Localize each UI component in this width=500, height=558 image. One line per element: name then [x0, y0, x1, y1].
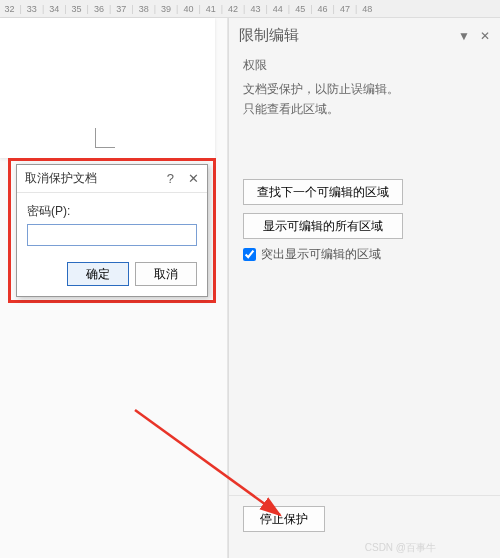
- help-icon[interactable]: ?: [167, 171, 174, 186]
- info-line-2: 只能查看此区域。: [243, 100, 486, 120]
- dialog-titlebar: 取消保护文档 ? ✕: [17, 165, 207, 193]
- permissions-info: 文档受保护，以防止误编辑。 只能查看此区域。: [243, 80, 486, 119]
- password-label: 密码(P):: [27, 203, 197, 220]
- panel-title: 限制编辑: [239, 26, 299, 45]
- password-input[interactable]: [27, 224, 197, 246]
- unprotect-document-dialog: 取消保护文档 ? ✕ 密码(P): 确定 取消: [16, 164, 208, 297]
- info-line-1: 文档受保护，以防止误编辑。: [243, 80, 486, 100]
- cancel-button[interactable]: 取消: [135, 262, 197, 286]
- stop-protection-button[interactable]: 停止保护: [243, 506, 325, 532]
- highlight-regions-label: 突出显示可编辑的区域: [261, 247, 381, 262]
- page-corner-mark: [95, 128, 115, 148]
- find-next-region-button[interactable]: 查找下一个可编辑的区域: [243, 179, 403, 205]
- highlight-regions-row[interactable]: 突出显示可编辑的区域: [243, 247, 486, 262]
- dialog-title: 取消保护文档: [25, 170, 97, 187]
- highlight-regions-checkbox[interactable]: [243, 248, 256, 261]
- close-icon[interactable]: ✕: [188, 171, 199, 186]
- ok-button[interactable]: 确定: [67, 262, 129, 286]
- document-area: 取消保护文档 ? ✕ 密码(P): 确定 取消: [0, 18, 228, 558]
- watermark-text: CSDN @百事牛: [365, 541, 436, 555]
- panel-dropdown-icon[interactable]: ▼: [458, 29, 470, 43]
- permissions-heading: 权限: [243, 57, 486, 74]
- document-page: [0, 18, 215, 158]
- restrict-editing-panel: 限制编辑 ▼ ✕ 权限 文档受保护，以防止误编辑。 只能查看此区域。 查找下一个…: [228, 18, 500, 558]
- horizontal-ruler: 32|33|34|35|36|37|38|39|40|41|42|43|44|4…: [0, 0, 500, 18]
- panel-close-icon[interactable]: ✕: [480, 29, 490, 43]
- show-all-regions-button[interactable]: 显示可编辑的所有区域: [243, 213, 403, 239]
